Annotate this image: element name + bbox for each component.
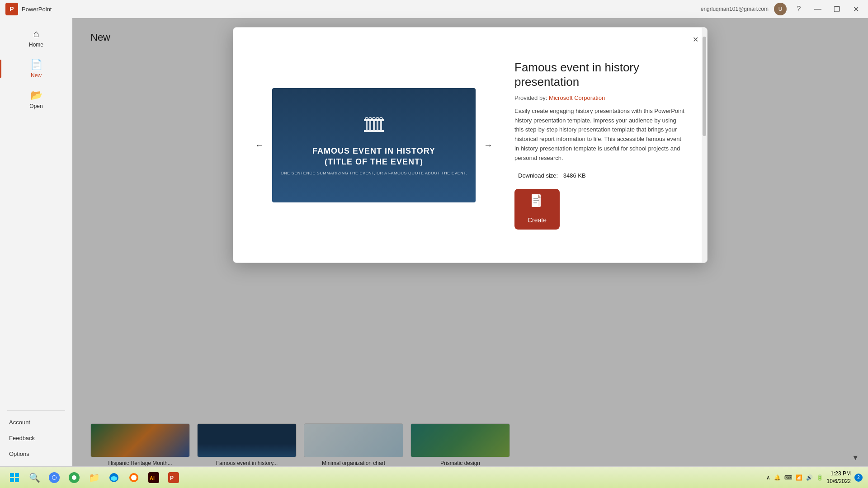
svg-rect-15 [533, 198, 538, 199]
modal-info: Famous event in history presentation Pro… [514, 61, 689, 229]
user-email: engrluqman101@gmail.com [701, 6, 769, 12]
slide-subtitle: ONE SENTENCE SUMMARIZING THE EVENT, OR A… [281, 171, 467, 175]
create-button[interactable]: Create [514, 189, 560, 230]
provider-link[interactable]: Microsoft Corporation [549, 94, 605, 101]
svg-rect-21 [15, 478, 19, 482]
modal-close-button[interactable]: ✕ [689, 33, 702, 46]
keyboard-icon[interactable]: ⌨ [784, 474, 792, 481]
create-btn-icon [530, 194, 544, 214]
modal-scrollbar[interactable] [702, 28, 707, 263]
svg-text:Ai: Ai [150, 475, 155, 481]
sidebar-divider [7, 410, 65, 411]
taskbar-time: 1:23 PM 10/6/2022 [827, 470, 851, 485]
new-icon: 📄 [30, 59, 42, 70]
scrollbar-thumb [703, 37, 706, 136]
create-button-label: Create [528, 216, 547, 224]
modal-preview: ← [251, 88, 496, 202]
svg-point-30 [131, 475, 137, 480]
svg-rect-19 [15, 473, 19, 477]
browser-icon[interactable] [125, 469, 143, 487]
next-slide-button[interactable]: → [480, 137, 496, 153]
svg-rect-20 [10, 478, 14, 482]
start-button[interactable] [5, 469, 24, 487]
help-button[interactable]: ? [792, 2, 806, 16]
sidebar-item-new-label: New [31, 72, 42, 79]
modal-description: Easily create engaging history presentat… [514, 107, 686, 163]
sidebar-item-open[interactable]: 📂 Open [0, 84, 72, 115]
powerpoint-taskbar-icon[interactable]: P [165, 469, 183, 487]
sidebar-item-new[interactable]: 📄 New [0, 53, 72, 84]
sidebar-nav: ⌂ Home 📄 New 📂 Open [0, 23, 72, 407]
chrome-icon[interactable] [45, 469, 63, 487]
prev-slide-button[interactable]: ← [251, 137, 268, 153]
system-tray-arrow[interactable]: ∧ [766, 474, 770, 481]
svg-rect-4 [377, 121, 378, 130]
edge-icon[interactable] [105, 469, 123, 487]
search-taskbar-button[interactable]: 🔍 [25, 469, 43, 487]
taskbar: 🔍 📁 [0, 466, 868, 488]
sidebar-item-open-label: Open [29, 103, 42, 109]
modal-overlay: ✕ ← [72, 18, 868, 466]
date-display: 10/6/2022 [827, 478, 851, 485]
slide-preview: FAMOUS EVENT IN HISTORY (TITLE OF THE EV… [272, 88, 476, 202]
home-icon: ⌂ [33, 28, 39, 40]
sidebar-item-home[interactable]: ⌂ Home [0, 23, 72, 53]
battery-icon[interactable]: 🔋 [816, 474, 823, 481]
modal-provider: Provided by: Microsoft Corporation [514, 94, 689, 101]
svg-rect-3 [373, 121, 375, 130]
svg-point-26 [72, 475, 76, 480]
options-item[interactable]: Options [0, 446, 72, 462]
file-explorer-icon[interactable]: 📁 [85, 469, 103, 487]
modal-body: ← [233, 28, 707, 263]
taskbar-left: 🔍 📁 [5, 469, 183, 487]
feedback-item[interactable]: Feedback [0, 430, 72, 446]
svg-rect-6 [364, 130, 384, 132]
app-name: PowerPoint [22, 6, 52, 13]
svg-rect-2 [369, 121, 371, 130]
template-detail-modal: ✕ ← [233, 27, 708, 263]
sidebar-bottom: Account Feedback Options [0, 414, 72, 466]
speaker-icon[interactable]: 🔊 [806, 474, 813, 481]
avatar[interactable]: U [774, 3, 787, 15]
minimize-button[interactable]: — [811, 2, 825, 16]
svg-point-28 [111, 476, 117, 481]
illustrator-icon[interactable]: Ai [145, 469, 163, 487]
notification-icon[interactable]: 🔔 [774, 474, 781, 481]
app-logo: P [5, 3, 18, 15]
chrome2-icon[interactable] [65, 469, 83, 487]
open-icon: 📂 [30, 89, 42, 101]
svg-rect-16 [533, 200, 539, 201]
notification-badge[interactable]: 2 [854, 474, 863, 482]
svg-text:P: P [170, 475, 174, 481]
taskbar-right: ∧ 🔔 ⌨ 📶 🔊 🔋 1:23 PM 10/6/2022 2 [766, 470, 863, 485]
column-icon [360, 115, 387, 141]
sidebar: ⌂ Home 📄 New 📂 Open Account Feedback Opt… [0, 18, 72, 466]
close-button[interactable]: ✕ [849, 2, 863, 16]
sidebar-item-home-label: Home [29, 42, 43, 48]
slide-title: FAMOUS EVENT IN HISTORY (TITLE OF THE EV… [312, 146, 435, 167]
titlebar: P PowerPoint engrluqman101@gmail.com U ?… [0, 0, 868, 18]
svg-rect-1 [366, 121, 368, 130]
svg-rect-17 [533, 202, 537, 203]
modal-title: Famous event in history presentation [514, 61, 689, 89]
svg-rect-18 [10, 473, 14, 477]
account-item[interactable]: Account [0, 414, 72, 430]
svg-rect-5 [380, 121, 382, 130]
modal-download: Download size: 3486 KB [514, 172, 689, 179]
svg-point-24 [52, 476, 56, 479]
wifi-icon[interactable]: 📶 [796, 474, 802, 481]
time-display: 1:23 PM [827, 470, 851, 478]
restore-button[interactable]: ❐ [830, 2, 844, 16]
titlebar-controls: engrluqman101@gmail.com U ? — ❐ ✕ [701, 2, 863, 16]
